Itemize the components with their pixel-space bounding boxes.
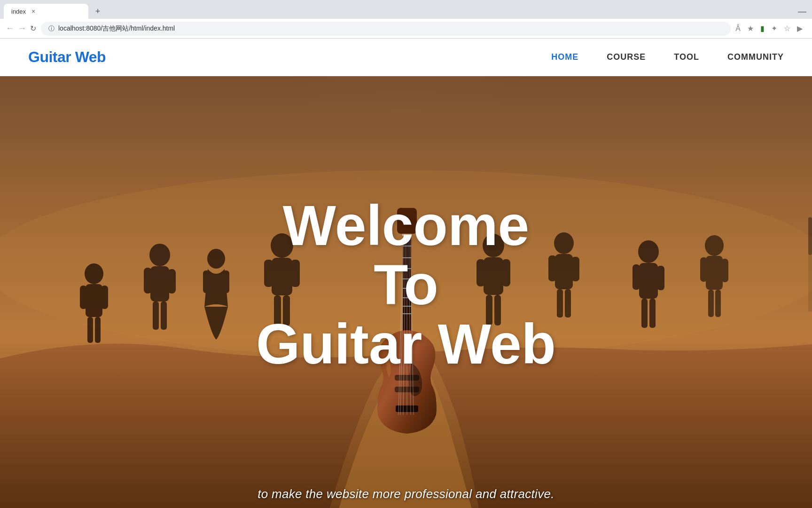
forward-button[interactable]: →: [18, 24, 26, 33]
hero-welcome-line: Welcome To Guitar Web: [256, 196, 556, 373]
svg-rect-35: [565, 289, 571, 318]
svg-rect-17: [223, 270, 229, 293]
favorites-icon[interactable]: ☆: [784, 24, 790, 33]
nav-links: HOME COURSE TOOL COMMUNITY: [551, 52, 784, 62]
svg-rect-5: [80, 286, 87, 309]
browser-tab-bar: index × + —: [0, 0, 812, 19]
url-text: localhost:8080/吉他网站/html/index.html: [58, 24, 175, 33]
hero-text: Welcome To Guitar Web: [256, 196, 556, 373]
nav-link-course[interactable]: COURSE: [607, 52, 646, 62]
nav-item-home[interactable]: HOME: [551, 52, 578, 62]
svg-rect-38: [632, 264, 640, 290]
logo-text-blue: Web: [75, 48, 106, 65]
svg-rect-33: [571, 257, 579, 281]
svg-rect-39: [657, 266, 664, 290]
browser-address-bar: ← → ↻ ⓘ localhost:8080/吉他网站/html/index.h…: [0, 19, 812, 39]
svg-rect-11: [144, 268, 152, 294]
window-controls: —: [798, 7, 812, 16]
svg-point-30: [554, 232, 574, 254]
svg-rect-45: [721, 259, 728, 282]
scroll-indicator[interactable]: [808, 217, 812, 311]
svg-point-42: [705, 235, 724, 256]
navigation-bar: Guitar Web HOME COURSE TOOL COMMUNITY: [0, 39, 812, 76]
svg-rect-31: [555, 254, 573, 289]
svg-rect-41: [649, 299, 656, 328]
nav-item-community[interactable]: COMMUNITY: [727, 52, 784, 62]
lock-icon: ⓘ: [48, 24, 55, 33]
nav-buttons: ← → ↻: [6, 24, 36, 33]
hero-section: Welcome To Guitar Web to make the websit…: [0, 76, 812, 508]
svg-rect-46: [708, 290, 714, 317]
svg-rect-7: [87, 317, 93, 343]
nav-link-tool[interactable]: TOOL: [674, 52, 699, 62]
browser-chrome: index × + — ← → ↻ ⓘ localhost:8080/吉他网站/…: [0, 0, 812, 39]
svg-rect-16: [203, 270, 210, 293]
svg-rect-4: [86, 284, 102, 317]
nav-link-home[interactable]: HOME: [551, 52, 578, 62]
profile-icon[interactable]: ▶: [797, 24, 803, 33]
address-field[interactable]: ⓘ localhost:8080/吉他网站/html/index.html: [41, 22, 731, 36]
svg-point-9: [149, 244, 170, 266]
svg-rect-8: [95, 317, 101, 343]
nav-item-tool[interactable]: TOOL: [674, 52, 699, 62]
svg-rect-43: [706, 256, 723, 290]
scroll-thumb[interactable]: [808, 217, 812, 255]
browser-tab-active[interactable]: index ×: [4, 4, 88, 19]
hero-subtitle-text: to make the website more professional an…: [0, 487, 812, 501]
hero-line3: Guitar Web: [256, 312, 556, 375]
shield-icon[interactable]: ▮: [760, 24, 765, 33]
browser-toolbar-icons: Â ★ ▮ ✦ ☆ ▶: [735, 24, 806, 33]
minimize-button[interactable]: —: [798, 7, 806, 16]
logo-text-black: Guitar: [28, 48, 75, 65]
site-logo: Guitar Web: [28, 48, 106, 66]
back-button[interactable]: ←: [6, 24, 14, 33]
svg-rect-40: [641, 299, 648, 328]
website-content: Guitar Web HOME COURSE TOOL COMMUNITY: [0, 39, 812, 508]
nav-link-community[interactable]: COMMUNITY: [727, 52, 784, 62]
tab-close-button[interactable]: ×: [31, 8, 35, 15]
svg-point-15: [207, 249, 225, 269]
svg-point-36: [638, 240, 659, 263]
svg-rect-13: [153, 302, 159, 330]
tab-title: index: [11, 8, 26, 15]
svg-rect-47: [715, 290, 721, 317]
extensions-icon[interactable]: ✦: [771, 24, 777, 33]
svg-rect-6: [101, 286, 108, 309]
svg-rect-44: [700, 257, 707, 282]
hero-subtitle-container: to make the website more professional an…: [0, 487, 812, 501]
reload-button[interactable]: ↻: [30, 24, 36, 33]
nav-item-course[interactable]: COURSE: [607, 52, 646, 62]
new-tab-button[interactable]: +: [91, 5, 104, 18]
svg-rect-12: [168, 269, 176, 294]
svg-rect-10: [150, 266, 169, 302]
svg-rect-34: [557, 289, 563, 318]
reader-mode-icon[interactable]: Â: [735, 24, 741, 33]
svg-rect-37: [639, 263, 658, 299]
hero-line1: Welcome: [283, 194, 530, 257]
bookmark-extension-icon[interactable]: ★: [747, 24, 754, 33]
hero-line2: To: [374, 253, 438, 316]
svg-rect-14: [161, 302, 167, 330]
svg-point-3: [85, 263, 103, 284]
